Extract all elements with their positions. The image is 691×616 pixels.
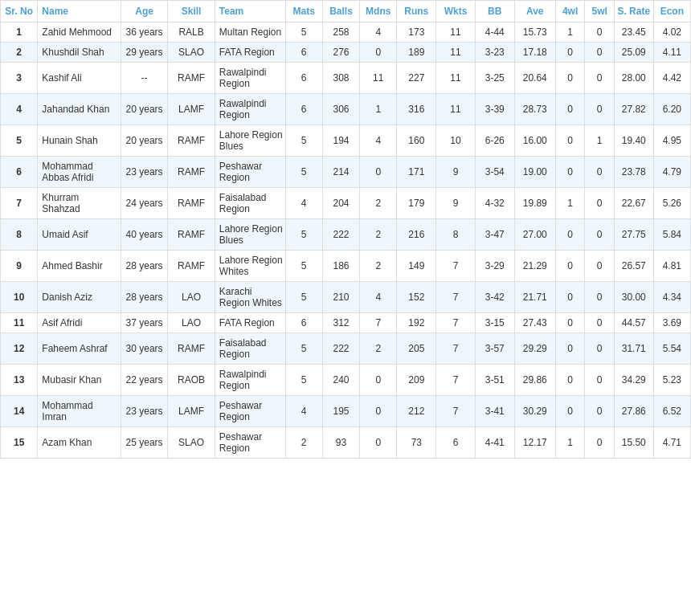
cell-runs: 227 <box>397 63 436 94</box>
cell-mdns: 7 <box>360 313 397 333</box>
cell-mats: 6 <box>285 94 322 125</box>
column-header-bb: BB <box>475 1 514 22</box>
table-row: 6Mohammad Abbas Afridi23 yearsRAMFPeshaw… <box>1 157 691 188</box>
cell-ave: 30.29 <box>514 396 555 427</box>
cell-fivewl: 0 <box>585 219 615 251</box>
column-header-team: Team <box>215 1 285 22</box>
cell-wkts: 11 <box>436 22 476 43</box>
cell-age: 20 years <box>121 125 167 157</box>
cell-mats: 6 <box>285 43 322 63</box>
cell-balls: 93 <box>322 427 359 459</box>
cell-bb: 4-32 <box>475 188 514 219</box>
cell-runs: 212 <box>397 396 436 427</box>
cell-team: Peshawar Region <box>215 157 285 188</box>
cell-ave: 27.43 <box>514 313 555 333</box>
cell-ave: 29.29 <box>514 333 555 365</box>
cell-bb: 3-15 <box>475 313 514 333</box>
cell-balls: 312 <box>322 313 359 333</box>
table-row: 10Danish Aziz28 yearsLAOKarachi Region W… <box>1 282 691 313</box>
cell-wkts: 6 <box>436 427 476 459</box>
column-header-balls: Balls <box>322 1 359 22</box>
cell-fivewl: 0 <box>585 43 615 63</box>
cell-balls: 222 <box>322 219 359 251</box>
cell-balls: 222 <box>322 333 359 365</box>
cell-fivewl: 0 <box>585 365 615 396</box>
cell-skill: RAMF <box>168 219 215 251</box>
cell-wkts: 11 <box>436 63 476 94</box>
cell-mdns: 0 <box>360 365 397 396</box>
cell-fourwl: 0 <box>555 94 585 125</box>
cell-fourwl: 0 <box>555 157 585 188</box>
table-row: 14Mohammad Imran23 yearsLAMFPeshawar Reg… <box>1 396 691 427</box>
cell-srate: 19.40 <box>614 125 653 157</box>
cell-mats: 4 <box>285 396 322 427</box>
cell-name: Azam Khan <box>38 427 121 459</box>
cell-sr: 8 <box>1 219 38 251</box>
cell-fourwl: 0 <box>555 43 585 63</box>
cell-fourwl: 0 <box>555 251 585 282</box>
cell-team: Peshawar Region <box>215 427 285 459</box>
cell-srate: 23.45 <box>614 22 653 43</box>
cell-age: 22 years <box>121 365 167 396</box>
cell-name: Mubasir Khan <box>38 365 121 396</box>
cell-mats: 5 <box>285 282 322 313</box>
table-row: 9Ahmed Bashir28 yearsRAMFLahore Region W… <box>1 251 691 282</box>
cell-name: Kashif Ali <box>38 63 121 94</box>
cell-team: Rawalpindi Region <box>215 365 285 396</box>
cell-fivewl: 0 <box>585 396 615 427</box>
cell-sr: 15 <box>1 427 38 459</box>
cell-age: 36 years <box>121 22 167 43</box>
cell-age: 40 years <box>121 219 167 251</box>
cell-econ: 4.79 <box>653 157 690 188</box>
cell-sr: 4 <box>1 94 38 125</box>
cell-srate: 30.00 <box>614 282 653 313</box>
cell-runs: 149 <box>397 251 436 282</box>
cell-name: Jahandad Khan <box>38 94 121 125</box>
cell-econ: 4.81 <box>653 251 690 282</box>
cell-econ: 6.52 <box>653 396 690 427</box>
table-row: 3Kashif Ali--RAMFRawalpindi Region630811… <box>1 63 691 94</box>
cell-sr: 7 <box>1 188 38 219</box>
cell-mats: 5 <box>285 365 322 396</box>
cell-mats: 5 <box>285 157 322 188</box>
cell-age: 25 years <box>121 427 167 459</box>
cell-mats: 5 <box>285 333 322 365</box>
cell-fivewl: 0 <box>585 22 615 43</box>
cell-wkts: 7 <box>436 251 476 282</box>
cell-wkts: 7 <box>436 396 476 427</box>
cell-mats: 5 <box>285 125 322 157</box>
cell-balls: 276 <box>322 43 359 63</box>
cell-runs: 160 <box>397 125 436 157</box>
cell-name: Asif Afridi <box>38 313 121 333</box>
cell-runs: 192 <box>397 313 436 333</box>
cell-age: 28 years <box>121 251 167 282</box>
cell-wkts: 7 <box>436 313 476 333</box>
cell-balls: 186 <box>322 251 359 282</box>
cell-skill: SLAO <box>168 43 215 63</box>
cell-skill: RAMF <box>168 333 215 365</box>
cell-fourwl: 0 <box>555 282 585 313</box>
cell-ave: 20.64 <box>514 63 555 94</box>
cell-name: Mohammad Abbas Afridi <box>38 157 121 188</box>
cell-ave: 21.71 <box>514 282 555 313</box>
cell-runs: 152 <box>397 282 436 313</box>
cell-sr: 11 <box>1 313 38 333</box>
cell-sr: 10 <box>1 282 38 313</box>
cell-age: 29 years <box>121 43 167 63</box>
cell-age: 30 years <box>121 333 167 365</box>
cell-econ: 5.84 <box>653 219 690 251</box>
cell-econ: 6.20 <box>653 94 690 125</box>
cell-fivewl: 0 <box>585 63 615 94</box>
cell-bb: 3-47 <box>475 219 514 251</box>
cell-srate: 23.78 <box>614 157 653 188</box>
cell-name: Hunain Shah <box>38 125 121 157</box>
cell-econ: 5.54 <box>653 333 690 365</box>
cell-econ: 4.34 <box>653 282 690 313</box>
cell-fivewl: 0 <box>585 313 615 333</box>
column-header-mats: Mats <box>285 1 322 22</box>
cell-age: 37 years <box>121 313 167 333</box>
cell-sr: 14 <box>1 396 38 427</box>
cell-name: Danish Aziz <box>38 282 121 313</box>
cell-sr: 12 <box>1 333 38 365</box>
table-row: 11Asif Afridi37 yearsLAOFATA Region63127… <box>1 313 691 333</box>
